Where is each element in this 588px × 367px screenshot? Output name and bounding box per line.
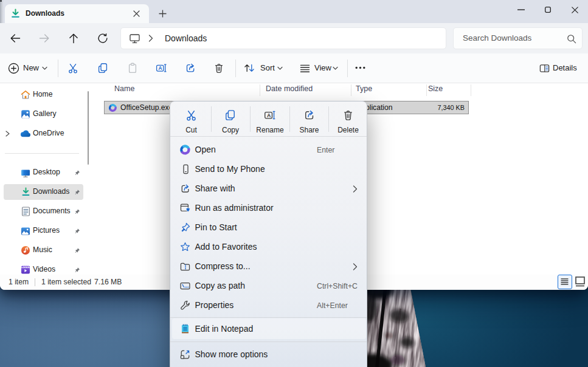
svg-text:A: A (267, 112, 271, 118)
svg-text:A: A (159, 65, 162, 71)
